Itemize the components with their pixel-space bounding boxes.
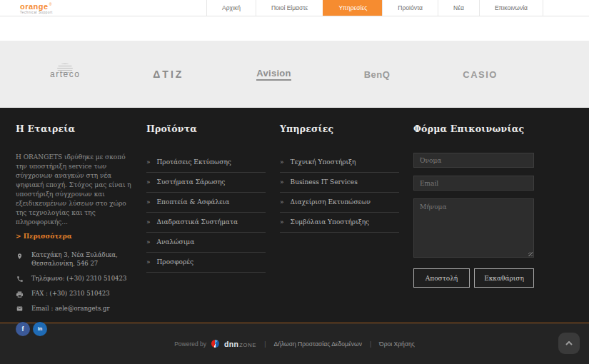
envelope-icon [16,305,24,312]
list-item: »Συμβόλαια Υποστήριξης [280,213,399,233]
product-link[interactable]: Προτάσεις Εκτύπωσης [157,158,231,166]
email-row: Email : aele@orangets.gr [16,305,132,313]
dnn-logo-icon [211,340,219,348]
service-link[interactable]: Διαχείριση Εκτυπώσεων [291,198,371,206]
list-item: »Διαχείριση Εκτυπώσεων [280,193,399,213]
separator: | [370,340,371,348]
double-chevron-icon: » [280,199,284,206]
footer-services-column: Υπηρεσίες »Τεχνική Υποστήριξη »Business … [280,123,399,336]
site-header: orange ® Technical Support Αρχική Ποιοί … [0,0,589,16]
brand-logo-casio: CASIO [463,69,498,80]
double-chevron-icon: » [146,239,151,246]
powered-by-text: Powered by [174,340,206,348]
fax-text: FAX : (+30) 2310 510423 [31,290,110,298]
list-item: »Εποπτεία & Ασφάλεια [146,193,266,213]
submit-button[interactable]: Αποστολή [413,268,470,288]
list-item: »Business IT Services [280,173,399,193]
brand-logo-atiz: ΔTIZ [153,69,183,80]
double-chevron-icon: » [146,159,151,166]
nav-item-who-we-are[interactable]: Ποιοί Είμαστε [256,0,323,16]
list-item: »Διαδραστικά Συστήματα [146,213,266,233]
contact-info-list: Κατεχάκη 3, Νέα Ξυλάδικα, Θεσσαλονίκη, 5… [16,251,132,313]
name-input[interactable] [413,153,534,168]
map-pin-icon [16,251,24,261]
footer-contact-form-column: Φόρμα Επικοινωνίας Αποστολή Εκκαθάριση [413,123,534,336]
main-nav: Αρχική Ποιοί Είμαστε Υπηρεσίες Προϊόντα … [206,0,543,16]
footer-company-column: Η Εταιρεία Η ORANGETS ιδρύθηκε με σκοπό … [16,123,132,336]
brand-logos-strip: arteco ΔTIZ Avision BenQ CASIO [0,41,589,108]
service-link[interactable]: Συμβόλαια Υποστήριξης [291,218,370,226]
product-link[interactable]: Διαδραστικά Συστήματα [157,218,238,226]
double-chevron-icon: » [146,179,151,186]
scroll-to-top-button[interactable] [558,333,580,354]
clear-button[interactable]: Εκκαθάριση [474,268,534,288]
products-title: Προϊόντα [146,123,266,134]
products-link-list: »Προτάσεις Εκτύπωσης »Συστήματα Σάρωσης … [146,153,266,273]
service-link[interactable]: Business IT Services [291,178,358,186]
brand-logo-benq: BenQ [364,69,391,80]
brand-logo-arteco: arteco [50,69,80,79]
phone-text: Τηλέφωνο: (+30) 2310 510423 [31,275,126,283]
registered-mark-icon: ® [49,3,52,6]
contact-form-title: Φόρμα Επικοινωνίας [413,123,534,134]
email-text: Email : aele@orangets.gr [31,305,110,313]
dnnzone-wordmark[interactable]: dnn ZONE [224,340,256,348]
fax-icon [16,290,24,298]
company-description: Η ORANGETS ιδρύθηκε με σκοπό την υποστήρ… [16,153,132,227]
nav-item-products[interactable]: Προϊόντα [382,0,438,16]
double-chevron-icon: » [146,219,151,226]
product-link[interactable]: Εποπτεία & Ασφάλεια [157,198,230,206]
list-item: »Συστήματα Σάρωσης [146,173,266,193]
social-links: f in [16,322,132,336]
list-item: »Αναλώσιμα [146,233,266,253]
double-chevron-icon: » [280,219,284,226]
footer-products-column: Προϊόντα »Προτάσεις Εκτύπωσης »Συστήματα… [146,123,266,336]
terms-of-use-link[interactable]: Όροι Χρήσης [379,340,415,348]
nav-item-news[interactable]: Νέα [438,0,479,16]
list-item: »Προτάσεις Εκτύπωσης [146,153,266,173]
facebook-icon[interactable]: f [16,322,30,336]
service-link[interactable]: Τεχνική Υποστήριξη [291,158,356,166]
address-text: Κατεχάκη 3, Νέα Ξυλάδικα, Θεσσαλονίκη, 5… [31,251,118,268]
privacy-statement-link[interactable]: Δήλωση Προστασίας Δεδομένων [274,340,362,348]
list-item: »Προσφορές [146,253,266,273]
chevron-up-icon [565,341,573,345]
footer: Η Εταιρεία Η ORANGETS ιδρύθηκε με σκοπό … [0,108,589,323]
message-textarea[interactable] [413,198,534,258]
site-logo[interactable]: orange ® Technical Support [20,0,53,16]
double-chevron-icon: » [280,159,284,166]
address-row: Κατεχάκη 3, Νέα Ξυλάδικα, Θεσσαλονίκη, 5… [16,251,132,268]
nav-item-contact[interactable]: Επικοινωνία [479,0,543,16]
list-item: »Τεχνική Υποστήριξη [280,153,399,173]
read-more-link[interactable]: > Περισσότερα [16,233,72,240]
nav-item-home[interactable]: Αρχική [206,0,256,16]
double-chevron-icon: » [146,259,151,266]
logo-tagline: Technical Support [20,11,53,15]
page: orange ® Technical Support Αρχική Ποιοί … [0,0,589,364]
services-link-list: »Τεχνική Υποστήριξη »Business IT Service… [280,153,399,233]
product-link[interactable]: Προσφορές [157,258,193,266]
company-title: Η Εταιρεία [16,123,132,134]
separator: | [264,340,266,348]
phone-icon [16,275,24,283]
nav-item-services[interactable]: Υπηρεσίες [323,0,382,16]
double-chevron-icon: » [280,179,284,186]
phone-row: Τηλέφωνο: (+30) 2310 510423 [16,275,132,283]
logo-brand-text: orange [20,3,49,11]
fax-row: FAX : (+30) 2310 510423 [16,290,132,298]
double-chevron-icon: » [146,199,151,206]
linkedin-icon[interactable]: in [33,322,47,336]
brand-logo-avision: Avision [256,68,291,81]
services-title: Υπηρεσίες [280,123,399,134]
product-link[interactable]: Αναλώσιμα [157,238,195,246]
product-link[interactable]: Συστήματα Σάρωσης [157,178,226,186]
email-input[interactable] [413,176,534,191]
